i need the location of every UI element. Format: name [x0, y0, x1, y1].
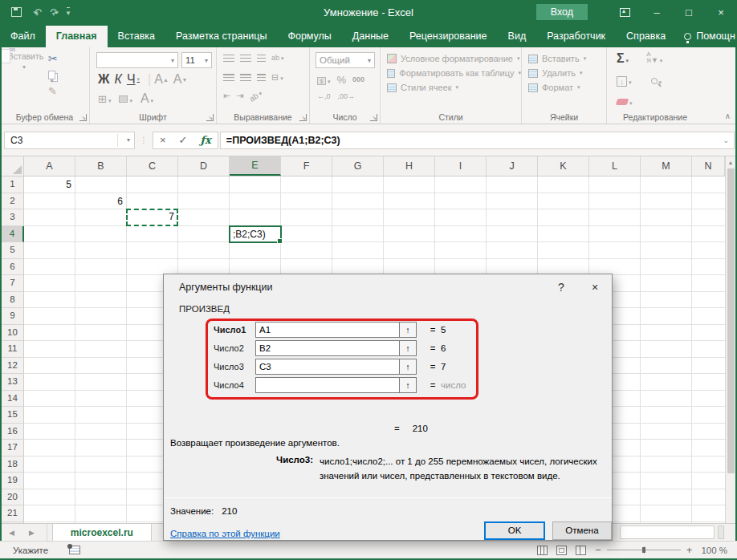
number-dialog-launcher-icon[interactable] — [370, 114, 377, 121]
accounting-format-icon[interactable]: $ — [317, 72, 331, 87]
alignment-dialog-launcher-icon[interactable] — [299, 114, 307, 121]
number-format-select[interactable]: Общий▾ — [316, 52, 375, 68]
normal-view-icon[interactable] — [537, 546, 548, 555]
align-center-icon[interactable] — [240, 74, 251, 81]
dialog-close-icon[interactable]: × — [578, 274, 612, 299]
column-header-M[interactable]: M — [641, 156, 692, 176]
tab-review[interactable]: Рецензирование — [399, 26, 498, 47]
decrease-decimal-icon[interactable]: ,00→ — [338, 92, 356, 100]
insert-cells-button[interactable]: Вставить▾ — [528, 54, 606, 63]
font-name-select[interactable]: ▾ — [96, 52, 178, 68]
bold-button[interactable]: Ж — [98, 72, 109, 87]
scroll-up-icon[interactable]: ▲ — [728, 156, 734, 168]
row-header-12[interactable]: 12 — [2, 358, 24, 375]
row-header-10[interactable]: 10 — [2, 325, 24, 342]
conditional-formatting-button[interactable]: Условное форматирование▾ — [387, 54, 521, 63]
undo-icon[interactable]: ↶▾ — [33, 6, 39, 18]
column-header-C[interactable]: C — [127, 156, 178, 176]
row-1-cells[interactable] — [24, 177, 725, 193]
column-header-D[interactable]: D — [178, 156, 230, 176]
row-header-3[interactable]: 3 — [2, 209, 24, 226]
cancel-entry-icon[interactable]: × — [160, 134, 166, 146]
cell-styles-button[interactable]: Стили ячеек▾ — [387, 83, 521, 92]
collapse-dialog-icon[interactable]: ↑ — [400, 359, 417, 375]
row-header-1[interactable]: 1 — [2, 177, 24, 193]
page-break-view-icon[interactable] — [576, 546, 586, 555]
collapse-ribbon-icon[interactable]: ∧ — [725, 112, 731, 120]
tab-developer[interactable]: Разработчик — [536, 26, 616, 47]
name-box[interactable]: C3▾ — [4, 132, 135, 149]
clipboard-dialog-launcher-icon[interactable] — [79, 114, 87, 121]
font-dialog-launcher-icon[interactable] — [206, 114, 214, 121]
underline-button[interactable]: Ч — [127, 72, 140, 87]
row-4-cells[interactable] — [24, 226, 725, 243]
row-header-6[interactable]: 6 — [2, 259, 24, 276]
zoom-slider[interactable]: − + — [595, 544, 692, 556]
merge-center-icon[interactable]: ⊟ — [271, 72, 283, 83]
column-header-E[interactable]: E — [230, 156, 281, 176]
zoom-in-icon[interactable]: + — [686, 544, 693, 556]
row-header-17[interactable]: 17 — [2, 440, 24, 457]
tell-me-assistant[interactable]: Помощн — [676, 26, 737, 47]
insert-function-icon[interactable]: ƒx — [201, 134, 211, 146]
row-header-4[interactable]: 4 — [2, 226, 24, 243]
cell-C3[interactable]: 7 — [126, 209, 178, 226]
format-cells-button[interactable]: Формат▾ — [528, 83, 606, 92]
sign-in-button[interactable]: Вход — [536, 4, 588, 20]
cell-A1[interactable]: 5 — [24, 177, 75, 193]
tab-splitter-handle[interactable] — [718, 526, 724, 539]
column-header-J[interactable]: J — [487, 156, 538, 176]
sheet-tab[interactable]: microexcel.ru — [52, 524, 152, 541]
clear-eraser-icon[interactable] — [617, 94, 633, 108]
redo-icon[interactable]: ↷▾ — [50, 6, 55, 18]
borders-icon[interactable]: ⊞ — [98, 93, 111, 105]
customize-qat-icon[interactable]: ▾ — [67, 7, 71, 17]
find-select-icon[interactable] — [651, 73, 662, 87]
percent-style-icon[interactable]: % — [337, 74, 347, 86]
align-right-icon[interactable] — [257, 74, 266, 81]
cell-E4[interactable]: ;B2;C3) — [229, 225, 282, 243]
fill-down-icon[interactable]: ↓ — [617, 73, 632, 87]
select-all-corner[interactable] — [2, 156, 24, 176]
copy-icon[interactable] — [48, 71, 55, 79]
delete-cells-button[interactable]: Удалить▾ — [528, 68, 606, 78]
row-header-16[interactable]: 16 — [2, 424, 24, 440]
column-header-K[interactable]: K — [538, 156, 589, 176]
row-header-20[interactable]: 20 — [2, 489, 24, 506]
shrink-font-button[interactable]: А▼ — [173, 72, 188, 87]
row-6-cells[interactable] — [24, 259, 725, 276]
argument-input-2[interactable]: B2 — [255, 340, 400, 356]
tab-view[interactable]: Вид — [498, 26, 537, 47]
row-header-2[interactable]: 2 — [2, 193, 24, 210]
row-header-15[interactable]: 15 — [2, 407, 24, 424]
decrease-indent-icon[interactable]: ⇤ — [223, 91, 230, 101]
vertical-scrollbar-thumb[interactable] — [727, 168, 735, 473]
row-header-21[interactable]: 21 — [2, 505, 24, 522]
maximize-icon[interactable]: □ — [673, 0, 705, 24]
align-left-icon[interactable] — [223, 74, 234, 81]
font-size-select[interactable]: 11▾ — [181, 52, 212, 68]
row-header-8[interactable]: 8 — [2, 292, 24, 309]
row-header-5[interactable]: 5 — [2, 242, 24, 259]
increase-indent-icon[interactable]: ⇥ — [236, 91, 243, 101]
sheet-nav-right-icon[interactable]: ▶ — [22, 529, 42, 537]
font-color-icon[interactable]: А — [140, 91, 153, 106]
argument-input-3[interactable]: C3 — [255, 359, 400, 375]
column-header-A[interactable]: A — [24, 156, 75, 176]
row-5-cells[interactable] — [24, 242, 725, 259]
minimize-icon[interactable]: – — [641, 0, 673, 24]
name-box-dropdown-icon[interactable]: ▾ — [127, 136, 130, 144]
column-header-L[interactable]: L — [589, 156, 641, 176]
save-icon[interactable] — [11, 7, 22, 17]
zoom-slider-knob[interactable] — [642, 547, 645, 553]
wrap-text-icon[interactable]: ab — [271, 54, 284, 62]
tab-help[interactable]: Справка — [616, 26, 676, 47]
autosum-button[interactable]: Σ — [617, 51, 629, 66]
sheet-nav-left-icon[interactable]: ◀ — [2, 529, 22, 537]
macro-record-icon[interactable] — [69, 546, 80, 554]
align-bottom-icon[interactable] — [257, 55, 266, 62]
row-header-13[interactable]: 13 — [2, 374, 24, 391]
orientation-icon[interactable]: ab — [248, 88, 264, 103]
tab-data[interactable]: Данные — [342, 26, 399, 47]
dialog-title-bar[interactable]: Аргументы функции ? × — [164, 274, 612, 299]
